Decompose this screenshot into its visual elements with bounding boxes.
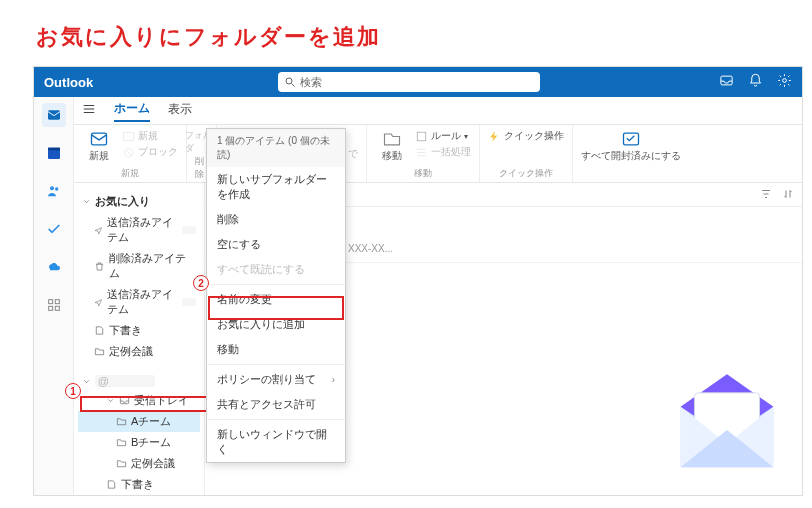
rail-todo[interactable] xyxy=(42,217,66,241)
folder-deleted[interactable]: 削除済みアイテム xyxy=(78,248,200,284)
ctx-add-favorite[interactable]: お気に入りに追加 xyxy=(207,312,345,337)
new-subbtn: 新規 xyxy=(122,129,178,143)
ctx-rename[interactable]: 名前の変更 xyxy=(207,287,345,312)
ribbon-group-read: すべて開封済みにする xyxy=(573,125,689,182)
rules-button[interactable]: ルール▾ xyxy=(415,129,471,143)
svg-rect-4 xyxy=(48,110,60,119)
ribbon-group-move: 移動 ルール▾ 一括処理 移動 xyxy=(367,125,480,182)
chevron-down-icon xyxy=(106,396,115,405)
group-label-move: 移動 xyxy=(414,167,432,180)
inbox-icon xyxy=(119,395,130,406)
folder-meeting-1[interactable]: 定例会議 xyxy=(78,341,200,362)
svg-rect-25 xyxy=(120,397,128,403)
svg-point-8 xyxy=(55,187,58,190)
ctx-new-window[interactable]: 新しいウィンドウで開く xyxy=(207,422,345,462)
svg-rect-17 xyxy=(124,132,134,140)
favorites-header[interactable]: お気に入り xyxy=(78,191,200,212)
ctx-share[interactable]: 共有とアクセス許可 xyxy=(207,392,345,417)
rail-mail[interactable] xyxy=(42,103,66,127)
divider xyxy=(207,419,345,420)
folder-drafts-1[interactable]: 下書き xyxy=(78,320,200,341)
batch-button[interactable]: 一括処理 xyxy=(415,145,471,159)
ctx-delete[interactable]: 削除 xyxy=(207,207,345,232)
search-input[interactable]: 検索 xyxy=(278,72,540,92)
tab-home[interactable]: ホーム xyxy=(114,100,150,122)
ctx-new-subfolder[interactable]: 新しいサブフォルダーを作成 xyxy=(207,167,345,207)
folder-icon xyxy=(116,437,127,448)
svg-point-3 xyxy=(783,78,787,82)
annotation-title: お気に入りにフォルダーを追加 xyxy=(36,22,381,52)
folder-icon xyxy=(94,346,105,357)
folder-pane: お気に入り 送信済みアイテム 削除済みアイテム 送信済みアイテム xyxy=(74,183,204,495)
svg-point-7 xyxy=(50,186,54,190)
svg-rect-11 xyxy=(48,306,52,310)
send-icon xyxy=(94,297,103,308)
filter-button[interactable] xyxy=(760,188,772,202)
rail-people[interactable] xyxy=(42,179,66,203)
ribbon: 新規 新規 ブロック 新規 フォルダ 削除 全員 xyxy=(74,125,802,183)
sort-button[interactable] xyxy=(782,188,794,202)
ribbon-group-quick: クイック操作 クイック操作 xyxy=(480,125,573,182)
svg-line-1 xyxy=(292,84,295,87)
divider xyxy=(207,284,345,285)
folder-sent-1[interactable]: 送信済みアイテム xyxy=(78,212,200,248)
tab-bar: ホーム 表示 xyxy=(74,97,802,125)
new-mail-button[interactable]: 新規 xyxy=(82,129,116,163)
move-button[interactable]: 移動 xyxy=(375,129,409,163)
chevron-right-icon: › xyxy=(332,374,335,385)
ctx-move[interactable]: 移動 xyxy=(207,337,345,362)
ctx-policy[interactable]: ポリシーの割り当て› xyxy=(207,367,345,392)
tab-view[interactable]: 表示 xyxy=(168,101,192,121)
svg-rect-6 xyxy=(48,148,60,151)
search-placeholder: 検索 xyxy=(300,75,322,90)
folder-icon xyxy=(116,458,127,469)
ctx-mark-all-read: すべて既読にする xyxy=(207,257,345,282)
svg-rect-23 xyxy=(417,132,426,141)
rail-more-apps[interactable] xyxy=(42,293,66,317)
rail-calendar[interactable] xyxy=(42,141,66,165)
svg-point-0 xyxy=(286,78,292,84)
group-label-quick: クイック操作 xyxy=(499,167,553,180)
account-header[interactable]: @ xyxy=(78,372,200,390)
trash-icon xyxy=(94,261,105,272)
chevron-down-icon xyxy=(82,377,91,386)
svg-line-19 xyxy=(125,149,132,156)
rail-onedrive[interactable] xyxy=(42,255,66,279)
mark-all-read-button[interactable]: すべて開封済みにする xyxy=(581,129,681,163)
gear-icon[interactable] xyxy=(777,73,792,92)
folder-meeting-2[interactable]: 定例会議 xyxy=(78,453,200,474)
block-button: ブロック xyxy=(122,145,178,159)
search-icon xyxy=(284,76,296,88)
outlook-window: Outlook 検索 ホーム 表示 xyxy=(33,66,803,496)
context-menu-header: 1 個のアイテム (0 個の未読) xyxy=(207,129,345,167)
svg-rect-10 xyxy=(55,300,59,304)
ribbon-group-new: 新規 新規 ブロック 新規 xyxy=(74,125,187,182)
svg-rect-16 xyxy=(92,133,107,145)
folder-team-a[interactable]: Aチーム xyxy=(78,411,200,432)
draft-icon xyxy=(106,479,117,490)
folder-team-b[interactable]: Bチーム xyxy=(78,432,200,453)
app-rail xyxy=(34,97,74,495)
folder-sent-2[interactable]: 送信済みアイテム xyxy=(78,284,200,320)
empty-state-illustration xyxy=(662,365,792,485)
context-menu: 1 個のアイテム (0 個の未読) 新しいサブフォルダーを作成 削除 空にする … xyxy=(206,128,346,463)
ctx-empty[interactable]: 空にする xyxy=(207,232,345,257)
hamburger-icon[interactable] xyxy=(82,102,96,119)
svg-rect-9 xyxy=(48,300,52,304)
bell-icon[interactable] xyxy=(748,73,763,92)
chevron-down-icon xyxy=(82,197,91,206)
folder-inbox[interactable]: 受信トレイ xyxy=(78,390,200,411)
title-bar: Outlook 検索 xyxy=(34,67,802,97)
inbox-icon[interactable] xyxy=(719,73,734,92)
folder-icon xyxy=(116,416,127,427)
app-brand: Outlook xyxy=(44,75,93,90)
divider xyxy=(207,364,345,365)
folder-drafts-2[interactable]: 下書き xyxy=(78,474,200,495)
group-label-new: 新規 xyxy=(121,167,139,180)
quick-steps-button[interactable]: クイック操作 xyxy=(488,129,564,143)
send-icon xyxy=(94,225,103,236)
svg-rect-2 xyxy=(721,76,732,85)
svg-rect-12 xyxy=(55,306,59,310)
draft-icon xyxy=(94,325,105,336)
